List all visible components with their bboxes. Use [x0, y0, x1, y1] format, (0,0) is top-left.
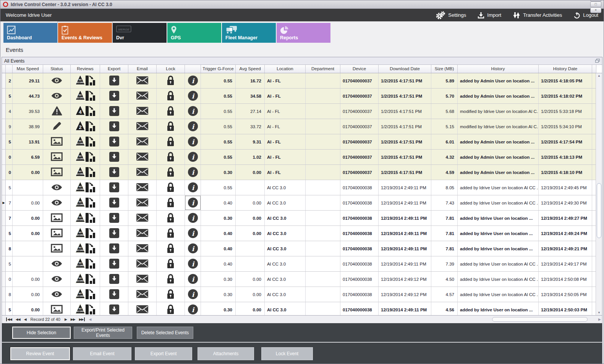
- lock-icon[interactable]: [166, 274, 175, 285]
- info-icon[interactable]: i: [188, 197, 198, 209]
- reviews-cell[interactable]: NOSCORE: [71, 287, 100, 302]
- reviews-cell[interactable]: NOSCORE: [71, 195, 100, 210]
- column-header-export[interactable]: Export: [100, 65, 128, 73]
- info-icon[interactable]: i: [188, 228, 198, 239]
- column-header-reviews[interactable]: Reviews: [71, 65, 100, 73]
- lock-event-button[interactable]: Lock Event: [261, 347, 313, 360]
- info-cell[interactable]: i: [185, 287, 201, 302]
- lock-icon[interactable]: [166, 228, 175, 239]
- table-row[interactable]: 50.00NOSCOREi0.300.00Al CC 3.00170400000…: [2, 302, 602, 315]
- lock-cell[interactable]: [157, 104, 185, 119]
- reviews-cell[interactable]: NOSCORE: [71, 89, 100, 103]
- table-row[interactable]: 70.00NOSCOREi0.300.00Al CC 3.00170400000…: [2, 211, 602, 226]
- vertical-scrollbar[interactable]: ▲ ▼: [596, 73, 602, 315]
- email-cell[interactable]: [128, 119, 157, 134]
- menu-item-transfer-activities[interactable]: Transfer Activities: [513, 11, 562, 19]
- column-header-location[interactable]: Location: [265, 65, 306, 73]
- email-icon[interactable]: [136, 229, 148, 238]
- table-row[interactable]: ▶70.00NOSCOREi0.400.00Al CC 3.0017040000…: [2, 195, 602, 211]
- review-score-icon[interactable]: NOSCORE: [75, 257, 95, 271]
- reviews-cell[interactable]: NOSCORE: [71, 211, 100, 225]
- attachments-button[interactable]: Attachments: [198, 347, 254, 360]
- export-icon[interactable]: [109, 121, 119, 132]
- nav-next-page-button[interactable]: ▶▶: [71, 317, 75, 321]
- email-icon[interactable]: [136, 92, 148, 100]
- export-cell[interactable]: [100, 226, 128, 241]
- delete-selected-events-button[interactable]: Delete Selected Events: [137, 327, 193, 339]
- email-cell[interactable]: [128, 226, 157, 241]
- info-cell[interactable]: i: [185, 211, 201, 225]
- column-header-trigger-g-force[interactable]: Trigger G-Force: [201, 65, 236, 73]
- export-cell[interactable]: [100, 195, 128, 210]
- lock-icon[interactable]: [166, 197, 175, 209]
- info-icon[interactable]: i: [188, 213, 198, 224]
- reviews-cell[interactable]: NOSCORE: [71, 241, 100, 256]
- info-icon[interactable]: i: [188, 75, 198, 87]
- lock-cell[interactable]: [157, 180, 185, 195]
- lock-icon[interactable]: [166, 121, 175, 132]
- export-icon[interactable]: [109, 91, 119, 101]
- export-cell[interactable]: [100, 119, 128, 134]
- export-icon[interactable]: [109, 167, 119, 178]
- menu-item-settings[interactable]: Settings: [436, 11, 466, 19]
- export-icon[interactable]: [109, 274, 119, 285]
- email-icon[interactable]: [136, 198, 148, 207]
- email-icon[interactable]: [136, 122, 148, 131]
- export-icon[interactable]: [109, 137, 119, 147]
- export-cell[interactable]: [100, 134, 128, 149]
- table-row[interactable]: 06.59NOSCOREi0.551.02Al - FL017040000037…: [2, 150, 602, 165]
- tab-dashboard[interactable]: Dashboard: [3, 23, 57, 43]
- info-cell[interactable]: i: [185, 241, 201, 256]
- hscroll-right-arrow-icon[interactable]: ▶: [598, 317, 601, 321]
- reviews-cell[interactable]: NOSCORE: [71, 256, 100, 271]
- email-cell[interactable]: [128, 272, 157, 287]
- email-cell[interactable]: [128, 256, 157, 271]
- info-icon[interactable]: i: [188, 258, 198, 270]
- tab-reports[interactable]: Reports: [277, 23, 330, 43]
- table-row[interactable]: 938.992i0.5533.72Al - FL0170400000371/2/…: [2, 119, 602, 134]
- reviews-cell[interactable]: NOSCORE: [71, 150, 100, 164]
- review-score-icon[interactable]: NOSCORE: [75, 196, 95, 209]
- email-cell[interactable]: [128, 150, 157, 164]
- info-cell[interactable]: i: [185, 165, 201, 180]
- lock-cell[interactable]: [157, 302, 185, 315]
- lock-cell[interactable]: [157, 150, 185, 164]
- column-header-device[interactable]: Device: [340, 65, 379, 73]
- nav-next-button[interactable]: ▶: [65, 317, 67, 321]
- review-score-icon[interactable]: NOSCORE: [75, 150, 95, 164]
- lock-cell[interactable]: [157, 134, 185, 149]
- export-icon[interactable]: [109, 228, 119, 239]
- export-cell[interactable]: [100, 287, 128, 302]
- info-icon[interactable]: i: [188, 289, 198, 300]
- export-print-selected-events-button[interactable]: Export/Print Selected Events: [74, 327, 132, 339]
- lock-cell[interactable]: [157, 287, 185, 302]
- export-icon[interactable]: [109, 289, 119, 300]
- vertical-scroll-thumb[interactable]: [597, 183, 601, 238]
- email-icon[interactable]: [136, 305, 148, 314]
- email-icon[interactable]: [136, 137, 148, 146]
- export-icon[interactable]: [109, 106, 119, 117]
- email-cell[interactable]: [128, 73, 157, 88]
- review-score-icon[interactable]: 2: [75, 120, 95, 133]
- email-cell[interactable]: [128, 134, 157, 149]
- export-cell[interactable]: [100, 180, 128, 195]
- export-icon[interactable]: [109, 182, 119, 193]
- export-icon[interactable]: [109, 243, 119, 254]
- lock-icon[interactable]: [166, 258, 175, 270]
- review-score-icon[interactable]: NOSCORE: [75, 288, 95, 301]
- email-icon[interactable]: [136, 259, 148, 268]
- lock-cell[interactable]: [157, 256, 185, 271]
- info-icon[interactable]: i: [188, 121, 198, 132]
- lock-cell[interactable]: [157, 119, 185, 134]
- tab-fleet-manager[interactable]: Fleet Manager: [222, 23, 276, 43]
- lock-cell[interactable]: [157, 272, 185, 287]
- email-cell[interactable]: [128, 165, 157, 180]
- column-header-lock[interactable]: Lock: [157, 65, 185, 73]
- email-cell[interactable]: [128, 211, 157, 225]
- email-icon[interactable]: [136, 275, 148, 283]
- nav-prev-page-button[interactable]: ◀◀: [16, 317, 20, 321]
- lock-icon[interactable]: [166, 182, 175, 193]
- email-cell[interactable]: [128, 241, 157, 256]
- info-icon[interactable]: i: [188, 90, 198, 102]
- hscroll-left-arrow-icon[interactable]: ◀: [89, 317, 92, 321]
